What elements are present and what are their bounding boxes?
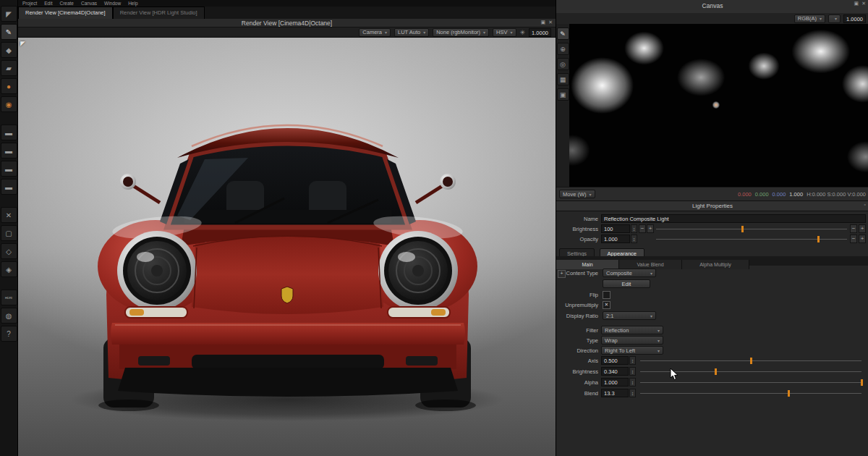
zoom-tool-icon[interactable]: ◎ — [557, 58, 569, 70]
menu-project[interactable]: Project — [22, 1, 37, 6]
grid-toggle-icon[interactable]: ▦ — [557, 73, 569, 85]
exposure-field[interactable]: 1.0000 — [529, 28, 551, 37]
rotate-icon[interactable]: ◇ — [1, 243, 17, 259]
move-tool-icon[interactable]: ⊕ — [557, 43, 569, 55]
tab-bar: Render View [Cinema4D|Octane] Render Vie… — [18, 7, 556, 19]
slider-handle[interactable] — [750, 358, 752, 364]
axis-value-field[interactable]: 0.500 — [601, 356, 629, 365]
camera-dropdown-label: Camera — [362, 29, 382, 35]
monitor-dropdown[interactable]: None (rgbMonitor)▾ — [433, 28, 489, 37]
plane-light-icon[interactable]: ▬ — [1, 161, 17, 177]
area-light-icon[interactable]: ▬ — [1, 179, 17, 195]
unpremultiply-checkbox[interactable]: ✕ — [603, 301, 610, 309]
brightness-value-field[interactable]: 100 — [601, 224, 630, 233]
slider-handle[interactable] — [817, 236, 820, 242]
name-field[interactable]: Reflection Composite Light — [601, 214, 866, 223]
light-properties-header: Light Properties ▫ — [556, 200, 868, 211]
filter-label: Filter — [556, 327, 598, 334]
menu-canvas[interactable]: Canvas — [81, 1, 97, 6]
opacity-row: Opacity 1.000 ↕ − + — [556, 235, 868, 244]
slider-minus-button[interactable]: − — [850, 235, 857, 243]
tool-mode-dropdown[interactable]: Move (W)▾ — [559, 190, 595, 198]
menu-create[interactable]: Create — [59, 1, 74, 6]
tab-render-view-cinema4d[interactable]: Render View [Cinema4D|Octane] — [18, 7, 113, 19]
content-type-dropdown[interactable]: Composite▾ — [603, 269, 656, 277]
opacity-slider[interactable] — [656, 235, 847, 244]
filter-brightness-value-field[interactable]: 0.340 — [601, 367, 629, 376]
car-render — [18, 38, 556, 456]
picker-tool-icon[interactable]: ▣ — [557, 88, 569, 101]
content-type-label: Content Type — [556, 270, 598, 276]
strip-light-icon[interactable]: ▬ — [1, 143, 17, 159]
type-dropdown[interactable]: Wrap▾ — [601, 336, 663, 345]
opacity-value-field[interactable]: 1.000 — [601, 235, 630, 243]
slider-plus-button[interactable]: + — [859, 235, 866, 243]
axis-slider[interactable] — [640, 356, 861, 366]
slider-handle[interactable] — [861, 379, 863, 386]
colorspace-dropdown[interactable]: HSV▾ — [493, 28, 516, 37]
close-icon[interactable]: ✕ — [548, 20, 553, 25]
channel-dropdown[interactable]: RGB(A)▾ — [794, 14, 825, 23]
lut-dropdown-label: LUT Auto — [398, 29, 420, 35]
blend-spinner[interactable]: ↕ — [629, 389, 636, 397]
pixel-r-value: 0.000 — [738, 191, 752, 198]
slider-plus-button[interactable]: + — [859, 224, 866, 233]
axis-spinner[interactable]: ↕ — [629, 356, 636, 365]
slider-handle[interactable] — [741, 226, 744, 232]
slider-handle[interactable] — [788, 390, 790, 397]
menu-window[interactable]: Window — [104, 1, 121, 6]
gear-icon[interactable]: ✳ — [520, 29, 526, 36]
composite-icon[interactable]: ◈ — [1, 261, 17, 277]
select-tool-overlay-icon[interactable]: ◤ — [20, 40, 25, 47]
canvas-exposure-field[interactable]: 1.0000 — [843, 14, 866, 23]
hdr-canvas-image[interactable] — [569, 24, 868, 187]
channel-row: RGB(A)▾ ▾ 1.0000 — [556, 13, 868, 24]
pixel-hsv-value: H:0.000 S:0.000 V:0.000 — [807, 191, 866, 198]
menu-help[interactable]: Help — [128, 1, 137, 6]
render-viewport[interactable]: ◤ — [18, 38, 556, 456]
display-ratio-dropdown[interactable]: 2:1▾ — [603, 311, 656, 320]
frame-icon[interactable]: ▢ — [1, 225, 17, 241]
eraser-tool-icon[interactable]: ▰ — [1, 60, 17, 76]
direction-row: Direction Right To Left▾ — [556, 346, 868, 355]
slider-minus-button[interactable]: − — [850, 224, 857, 233]
dock-icon[interactable]: ▣ — [854, 1, 859, 7]
filter-dropdown[interactable]: Reflection▾ — [601, 326, 663, 334]
brightness-slider[interactable] — [656, 224, 847, 234]
sphere-light-icon[interactable]: ● — [1, 78, 17, 94]
edit-button[interactable]: Edit — [603, 279, 650, 288]
select-tool-icon[interactable]: ◤ — [1, 6, 17, 22]
brightness-decrement-button[interactable]: − — [639, 224, 646, 233]
brightness-spinner[interactable]: ↕ — [631, 224, 637, 233]
close-icon[interactable]: ✕ — [861, 1, 866, 7]
gradient-light-icon[interactable]: ▬ — [1, 124, 17, 140]
flame-light-icon[interactable]: ◉ — [1, 96, 17, 112]
delete-icon[interactable]: ✕ — [1, 207, 17, 223]
lut-dropdown[interactable]: LUT Auto▾ — [394, 28, 429, 37]
properties-tabs: Settings Appearance — [556, 245, 868, 256]
flip-checkbox[interactable] — [603, 291, 610, 299]
camera-dropdown[interactable]: Camera▾ — [359, 28, 391, 37]
display-mode-dropdown[interactable]: ▾ — [828, 14, 841, 23]
direction-dropdown[interactable]: Right To Left▾ — [601, 346, 663, 355]
brush-tool-icon[interactable]: ✎ — [557, 28, 569, 40]
chevron-down-icon: ▾ — [510, 30, 512, 35]
help-icon[interactable]: ? — [1, 326, 17, 342]
brightness-increment-button[interactable]: + — [647, 224, 654, 233]
tab-render-view-hdr[interactable]: Render View [HDR Light Studio] — [113, 7, 205, 19]
blend-slider[interactable] — [640, 389, 861, 398]
hdri-icon[interactable]: HDRI — [1, 290, 17, 305]
float-window-icon[interactable]: ▫ — [864, 202, 866, 207]
blend-value-field[interactable]: 13.3 — [601, 389, 629, 397]
filter-brightness-spinner[interactable]: ↕ — [629, 367, 636, 376]
alpha-spinner[interactable]: ↕ — [629, 378, 636, 387]
globe-icon[interactable]: ◍ — [1, 308, 17, 324]
slider-handle[interactable] — [715, 368, 717, 375]
brush-tool-icon[interactable]: ✎ — [1, 24, 17, 40]
menu-edit[interactable]: Edit — [44, 1, 52, 6]
alpha-value-field[interactable]: 1.000 — [601, 378, 629, 387]
dock-icon[interactable]: ▣ — [541, 20, 546, 25]
opacity-spinner[interactable]: ↕ — [631, 235, 637, 243]
pen-tool-icon[interactable]: ◆ — [1, 42, 17, 58]
pixel-g-value: 0.000 — [755, 191, 769, 198]
